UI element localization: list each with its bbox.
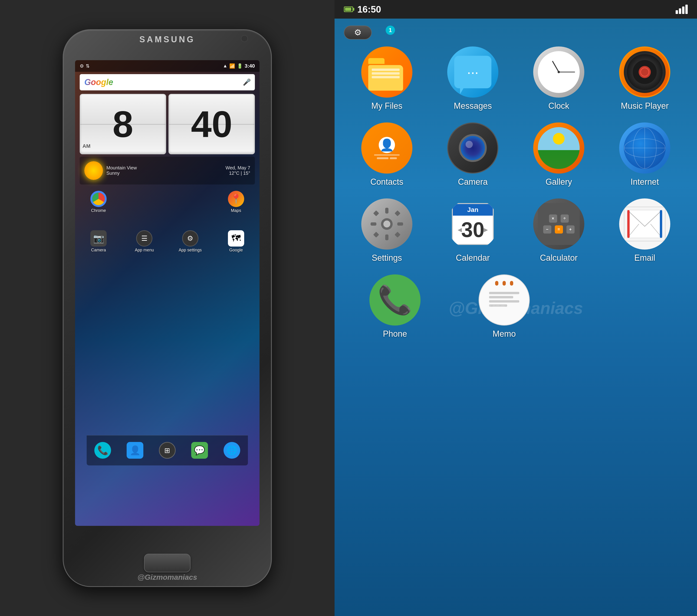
messages-bubble: ···	[454, 56, 491, 88]
internet-icon-large	[619, 122, 670, 174]
app-row-0: My Files ··· Messages	[344, 46, 688, 111]
app-gallery[interactable]: Gallery	[522, 122, 596, 187]
clock-hour: 8 AM	[80, 94, 166, 154]
settings-icon-large	[361, 199, 412, 250]
memo-line-1	[489, 292, 519, 294]
watermark-left: @Gizmomaniacs	[63, 573, 271, 582]
clock-center-dot	[558, 71, 560, 73]
svg-rect-11	[395, 210, 400, 216]
dock-apps-icon: ⊞	[159, 442, 176, 459]
weather-date: Wed, May 7 12°C | 15°	[226, 165, 250, 176]
dock-contacts[interactable]: 👤	[127, 442, 143, 459]
battery-fill	[345, 8, 351, 11]
app-grid: My Files ··· Messages	[344, 46, 688, 350]
status-icons-left: ⚙ ⇅	[80, 63, 90, 69]
front-camera	[241, 35, 248, 42]
dock-messages[interactable]: 💬	[191, 442, 208, 459]
dock-messages-icon: 💬	[191, 442, 208, 459]
contacts-icon: 👤	[361, 122, 412, 174]
app-maps[interactable]: 📍 Maps	[215, 188, 257, 216]
signal-icon: 📶	[229, 63, 235, 69]
app-chrome[interactable]: Chrome	[77, 188, 120, 216]
app-email[interactable]: Email	[608, 199, 682, 263]
contacts-inner: 👤	[374, 122, 400, 174]
app-internet[interactable]: Internet	[608, 122, 682, 187]
app-calendar[interactable]: Jan 30 ◄ ► Calendar	[436, 199, 510, 263]
phone-handset-icon: 📞	[377, 275, 412, 325]
email-svg	[626, 209, 663, 239]
spiral-1	[495, 281, 498, 285]
svg-rect-9	[397, 222, 403, 225]
app-music-player[interactable]: Music Player	[608, 46, 682, 111]
dock-phone[interactable]: 📞	[94, 442, 111, 459]
mic-icon[interactable]: 🎤	[243, 78, 250, 87]
clock-face	[538, 51, 580, 93]
svg-rect-10	[373, 210, 379, 216]
gallery-label: Gallery	[546, 177, 572, 187]
memo-icon-large	[479, 275, 530, 325]
settings-label: Settings	[372, 253, 402, 263]
contact-lines	[377, 157, 397, 159]
calc-btn-minus: −	[543, 225, 551, 234]
camera-small-label: Camera	[91, 248, 106, 253]
app-appsettings[interactable]: ⚙ App settings	[169, 228, 211, 255]
app-row-1: 👤 Contacts Camera	[344, 122, 688, 187]
status-bar-right: 16:50	[335, 0, 697, 19]
globe-svg	[624, 127, 666, 169]
maps-label: Maps	[231, 208, 241, 213]
sync-icon: ⇅	[86, 63, 90, 69]
app-my-files[interactable]: My Files	[350, 46, 424, 111]
internet-label: Internet	[631, 177, 659, 187]
battery-nub	[353, 8, 354, 11]
chrome-icon	[90, 191, 107, 207]
dock-internet[interactable]: 🌐	[223, 442, 240, 459]
google-icon: 🗺	[228, 230, 244, 247]
home-button[interactable]	[144, 554, 191, 572]
app-memo[interactable]: Memo	[467, 275, 542, 339]
app-camera-small[interactable]: 📷 Camera	[77, 228, 120, 255]
clock-hand-minute	[559, 72, 575, 73]
phone-icon-large: 📞	[369, 275, 420, 325]
maps-icon: 📍	[228, 191, 244, 207]
app-appmenu[interactable]: ☰ App menu	[123, 228, 165, 255]
calc-btn-divide: ÷	[561, 215, 569, 223]
status-time: 3:40	[244, 63, 255, 69]
status-bar: ⚙ ⇅ ▲ 📶 🔋 3:40	[75, 60, 259, 72]
memo-spiral	[495, 281, 513, 285]
battery-icon	[344, 6, 353, 12]
app-google[interactable]: 🗺 Google	[215, 228, 257, 255]
settings-gear-svg	[368, 205, 405, 243]
email-icon-large	[619, 199, 670, 250]
memo-lines-container	[489, 292, 519, 307]
file-line-2	[372, 72, 400, 75]
clock-minute: 40	[168, 94, 255, 154]
folder-tab	[368, 58, 385, 64]
sun-icon	[84, 161, 103, 180]
signal-bars	[676, 5, 688, 14]
signal-bar-1	[676, 10, 678, 14]
app-row-1: Chrome 📍 Maps	[77, 188, 257, 216]
app-contacts[interactable]: 👤 Contacts	[350, 122, 424, 187]
messages-dots: ···	[467, 64, 479, 80]
app-messages[interactable]: ··· Messages	[436, 46, 510, 111]
settings-quick-button[interactable]: ⚙	[344, 26, 372, 40]
app-calculator[interactable]: × ÷ − = + Calculator	[522, 199, 596, 263]
app-phone[interactable]: 📞 Phone	[358, 275, 432, 339]
app-camera[interactable]: Camera	[436, 122, 510, 187]
messages-icon: ···	[447, 46, 498, 98]
phone-label: Phone	[383, 329, 407, 339]
appsettings-label: App settings	[179, 248, 202, 253]
appmenu-label: App menu	[135, 248, 154, 253]
app-clock[interactable]: Clock	[522, 46, 596, 111]
calendar-right-arrow: ►	[482, 226, 489, 234]
gallery-icon-large	[533, 122, 584, 174]
phone-screen: ⚙ ⇅ ▲ 📶 🔋 3:40 Google 🎤 8 AM	[75, 60, 259, 526]
dock-apps[interactable]: ⊞	[159, 442, 176, 459]
time-display: 16:50	[357, 4, 381, 15]
app-settings[interactable]: Settings	[350, 199, 424, 263]
calendar-container: Jan 30 ◄ ►	[452, 203, 494, 245]
google-search-bar[interactable]: Google 🎤	[80, 74, 255, 90]
left-panel: SAMSUNG ⚙ ⇅ ▲ 📶 🔋 3:40 Googl	[0, 0, 335, 616]
calendar-label: Calendar	[456, 253, 490, 263]
weather-info: Mountain View Sunny	[106, 165, 137, 176]
